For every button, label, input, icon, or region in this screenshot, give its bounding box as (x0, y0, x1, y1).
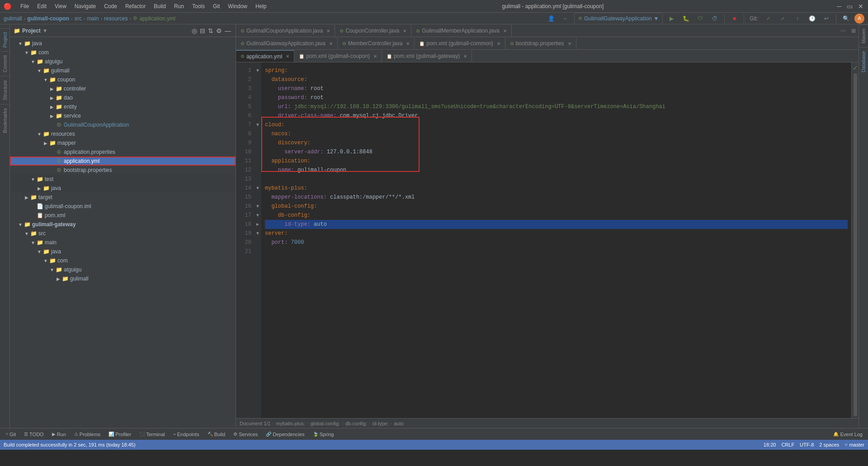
crlf-setting[interactable]: CRLF (781, 442, 794, 447)
encoding-setting[interactable]: UTF-8 (800, 442, 814, 447)
breadcrumb-id-type[interactable]: id-type: (373, 421, 389, 426)
tab-coupon-controller[interactable]: ⚙ CouponController.java ✕ (335, 25, 411, 37)
breadcrumb-db-config[interactable]: db-config: (345, 421, 367, 426)
bookmarks-panel-label[interactable]: Bookmarks (0, 104, 9, 137)
debug-button[interactable]: 🐛 (680, 13, 692, 24)
event-log-button[interactable]: 🔔 Event Log (830, 429, 866, 439)
tab-bootstrap[interactable]: ⚙ bootstrap.properties ✕ (505, 38, 576, 49)
tree-service-folder[interactable]: ▶ 📁 service (10, 111, 236, 120)
avatar-button[interactable]: A (854, 14, 864, 24)
menu-bar[interactable]: File Edit View Navigate Code Refactor Bu… (17, 2, 270, 10)
menu-navigate[interactable]: Navigate (71, 2, 99, 10)
tree-bootstrap-props[interactable]: ⚙ bootstrap.properties (10, 166, 236, 175)
tree-app-props[interactable]: ⚙ application.properties (10, 147, 236, 157)
fold-19[interactable]: ▼ (254, 229, 261, 238)
tab-gateway-app[interactable]: ⚙ GulimallGatewayApplication.java ✕ (236, 38, 338, 49)
git-bottom-button[interactable]: ⑂ Git (2, 429, 19, 439)
git-update-button[interactable]: ✓ (763, 13, 774, 24)
tree-gateway-src[interactable]: ▼ 📁 src (10, 229, 236, 238)
menu-refactor[interactable]: Refactor (122, 2, 149, 10)
run-config-selector[interactable]: ⚙ GulimallGatewayApplication ▼ (574, 13, 663, 24)
breadcrumb-file[interactable]: application.yml (139, 15, 175, 22)
profiler-bottom-button[interactable]: 📊 Profiler (105, 429, 135, 439)
git-revert-button[interactable]: ↩ (821, 13, 832, 24)
scrollbar-thumb[interactable] (854, 73, 857, 416)
database-panel-label[interactable]: Database (859, 47, 868, 76)
tab-coupon-app[interactable]: ⚙ GulimallCouponApplication.java ✕ (236, 25, 335, 37)
menu-git[interactable]: Git (209, 2, 223, 10)
spring-button[interactable]: 🍃 Spring (309, 429, 338, 439)
menu-code[interactable]: Code (100, 2, 121, 10)
close-tab-icon[interactable]: ✕ (503, 29, 507, 33)
menu-file[interactable]: File (17, 2, 33, 10)
tree-mapper-folder[interactable]: ▶ 📁 mapper (10, 138, 236, 147)
tree-dao-folder[interactable]: ▶ 📁 dao (10, 93, 236, 102)
code-editor[interactable]: 1 2 3 4 5 6 7 8 9 10 11 12 13 14 15 16 1… (236, 62, 859, 418)
indent-setting[interactable]: 2 spaces (819, 442, 839, 447)
file-tree[interactable]: ▼ 📁 java ▼ 📁 com ▼ 📁 atguigu ▼ (10, 37, 236, 428)
run-bottom-button[interactable]: ▶ Run (48, 429, 70, 439)
close-tab-icon[interactable]: ✕ (326, 29, 330, 33)
split-button[interactable]: ⊞ (849, 25, 859, 37)
close-tab-icon[interactable]: ✕ (406, 41, 410, 46)
dependencies-button[interactable]: 🔗 Dependencies (262, 429, 308, 439)
run-button[interactable]: ▶ (665, 13, 677, 24)
fold-16[interactable]: ▼ (254, 202, 261, 211)
terminal-button[interactable]: ⬛ Terminal (136, 429, 169, 439)
tree-gateway-java[interactable]: ▼ 📁 java (10, 247, 236, 256)
minimize-button[interactable]: ─ (835, 3, 843, 10)
menu-build[interactable]: Build (150, 2, 170, 10)
collapse-all-button[interactable]: ⊟ (199, 26, 206, 35)
tree-pom-file[interactable]: 📋 pom.xml (10, 211, 236, 220)
menu-tools[interactable]: Tools (189, 2, 208, 10)
tree-java-folder[interactable]: ▼ 📁 java (10, 39, 236, 48)
maven-panel-label[interactable]: Maven (859, 24, 868, 47)
close-button[interactable]: ✕ (857, 3, 864, 10)
menu-run[interactable]: Run (170, 2, 188, 10)
tree-gateway-atguigu[interactable]: ▼ 📁 atguigu (10, 265, 236, 274)
todo-button[interactable]: ☰ TODO (20, 429, 47, 439)
project-panel-label[interactable]: Project (0, 28, 9, 51)
tab-pom-coupon[interactable]: 📋 pom.xml (gulimall-coupon) ✕ (294, 50, 382, 62)
tree-gateway-gulimall[interactable]: ▶ 📁 gulimall (10, 274, 236, 283)
endpoints-button[interactable]: ⌁ Endpoints (170, 429, 203, 439)
tree-gulimall-folder[interactable]: ▼ 📁 gulimall (10, 66, 236, 75)
close-tab-icon[interactable]: ✕ (373, 54, 377, 59)
close-panel-button[interactable]: — (224, 26, 232, 35)
close-tab-icon[interactable]: ✕ (463, 54, 467, 59)
tree-atguigu-folder[interactable]: ▼ 📁 atguigu (10, 57, 236, 66)
menu-help[interactable]: Help (252, 2, 270, 10)
tree-gateway-main[interactable]: ▼ 📁 main (10, 238, 236, 247)
tree-gateway-com[interactable]: ▼ 📁 com (10, 256, 236, 265)
breadcrumb-project[interactable]: gulimall (4, 15, 22, 22)
breadcrumb-src[interactable]: src (75, 15, 82, 22)
tree-resources-folder[interactable]: ▼ 📁 resources (10, 129, 236, 138)
fold-1[interactable]: ▼ (254, 66, 261, 75)
commit-panel-label[interactable]: Commit (0, 51, 9, 76)
tab-member-controller[interactable]: ⚙ MemberController.java ✕ (338, 38, 415, 49)
locate-file-button[interactable]: ◎ (191, 26, 198, 35)
tree-test-folder[interactable]: ▼ 📁 test (10, 175, 236, 184)
code-content[interactable]: spring: datasource: username: root passw… (261, 62, 851, 418)
tab-member-app[interactable]: ⚙ GulimallMemberApplication.java ✕ (411, 25, 511, 37)
close-tab-icon[interactable]: ✕ (568, 41, 571, 46)
tree-entity-folder[interactable]: ▶ 📁 entity (10, 102, 236, 111)
build-button[interactable]: 🔨 Build (204, 429, 229, 439)
breadcrumb-module[interactable]: gulimall-coupon (27, 15, 69, 22)
vcs-update-button[interactable]: 👤 (545, 13, 557, 24)
tree-test-java-folder[interactable]: ▶ 📁 java (10, 184, 236, 193)
tree-coupon-app[interactable]: ⚙ GulimallCouponApplication (10, 120, 236, 129)
fold-17[interactable]: ▼ (254, 211, 261, 220)
tree-target-folder[interactable]: ▶ 📁 target (10, 193, 236, 202)
breadcrumb-auto[interactable]: auto (394, 421, 403, 426)
tab-pom-gateway[interactable]: 📋 pom.xml (gulimall-gateway) ✕ (382, 50, 472, 62)
services-button[interactable]: ⚙ Services (230, 429, 261, 439)
sort-button[interactable]: ⇅ (207, 26, 214, 35)
git-history-button[interactable]: 🕐 (806, 13, 818, 24)
navigate-back-button[interactable]: ← (560, 13, 571, 24)
tree-iml-file[interactable]: 📄 gulimall-coupon.iml (10, 202, 236, 211)
problems-button[interactable]: ⚠ Problems (71, 429, 104, 439)
tree-app-yml[interactable]: ⚙ application.yml (10, 157, 236, 166)
menu-window[interactable]: Window (224, 2, 251, 10)
menu-view[interactable]: View (51, 2, 70, 10)
